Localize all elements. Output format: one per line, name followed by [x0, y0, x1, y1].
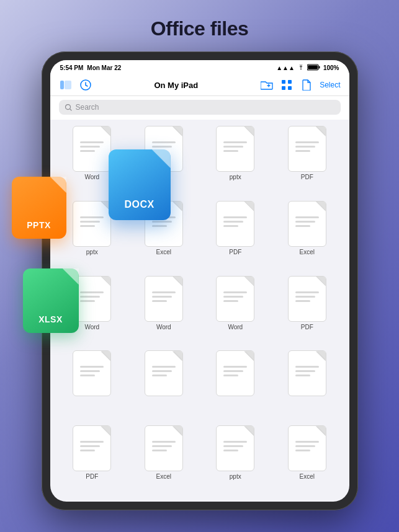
svg-rect-4	[65, 81, 71, 89]
ipad-screen: 5:54 PM Mon Mar 22 ▲▲▲	[50, 60, 349, 502]
list-item[interactable]: Excel	[130, 201, 197, 271]
list-item[interactable]	[59, 350, 126, 420]
select-button[interactable]: Select	[320, 81, 340, 89]
svg-rect-1	[318, 66, 320, 69]
signal-icon: ▲▲▲	[276, 64, 295, 71]
list-item[interactable]	[130, 350, 197, 420]
nav-bar: On My iPad	[50, 74, 349, 96]
list-item[interactable]: pptx	[202, 425, 269, 495]
svg-rect-7	[288, 80, 292, 84]
list-item[interactable]: PDF	[274, 276, 341, 346]
grid-view-icon[interactable]	[280, 78, 294, 92]
page-title: Office files	[151, 17, 249, 40]
list-item[interactable]: PDF	[59, 425, 126, 495]
list-item[interactable]: PDF	[130, 126, 197, 196]
list-item[interactable]: Word	[59, 276, 126, 346]
svg-rect-3	[60, 81, 64, 89]
doc-icon[interactable]	[300, 78, 313, 92]
pptx-label: PPTX	[27, 220, 51, 230]
status-time: 5:54 PM	[60, 64, 84, 71]
list-item[interactable]: pptx	[59, 201, 126, 271]
file-grid: Word PDF pptx PDF pptx Excel	[50, 120, 349, 502]
ipad-frame: 5:54 PM Mon Mar 22 ▲▲▲	[42, 51, 358, 510]
svg-rect-2	[308, 65, 318, 69]
list-item[interactable]: Word	[59, 126, 126, 196]
list-item[interactable]: Word	[202, 276, 269, 346]
battery-pct: 100%	[323, 64, 339, 71]
nav-right: Select	[260, 78, 340, 92]
list-item[interactable]: pptx	[202, 126, 269, 196]
svg-rect-9	[288, 86, 292, 90]
search-input-wrap[interactable]: Search	[59, 100, 341, 115]
list-item[interactable]: Excel	[130, 425, 197, 495]
search-icon	[65, 104, 72, 111]
search-bar: Search	[50, 96, 349, 120]
list-item[interactable]: PDF	[202, 201, 269, 271]
search-placeholder: Search	[76, 103, 99, 112]
list-item[interactable]	[274, 350, 341, 420]
svg-rect-8	[282, 86, 285, 90]
list-item[interactable]: Excel	[274, 201, 341, 271]
recents-icon[interactable]	[79, 78, 92, 92]
wifi-icon	[297, 64, 305, 72]
nav-left	[59, 78, 92, 92]
list-item[interactable]: Word	[130, 276, 197, 346]
status-right: ▲▲▲ 100%	[276, 64, 339, 72]
nav-center-title: On My iPad	[154, 81, 198, 90]
status-date: Mon Mar 22	[87, 64, 121, 71]
svg-rect-6	[282, 80, 285, 84]
status-bar: 5:54 PM Mon Mar 22 ▲▲▲	[50, 60, 349, 74]
list-item[interactable]: Excel	[274, 425, 341, 495]
folder-plus-icon[interactable]	[260, 78, 274, 92]
list-item[interactable]: PDF	[274, 126, 341, 196]
status-left: 5:54 PM Mon Mar 22	[60, 64, 122, 71]
list-item[interactable]	[202, 350, 269, 420]
sidebar-icon[interactable]	[59, 78, 73, 92]
battery-icon	[307, 64, 321, 72]
